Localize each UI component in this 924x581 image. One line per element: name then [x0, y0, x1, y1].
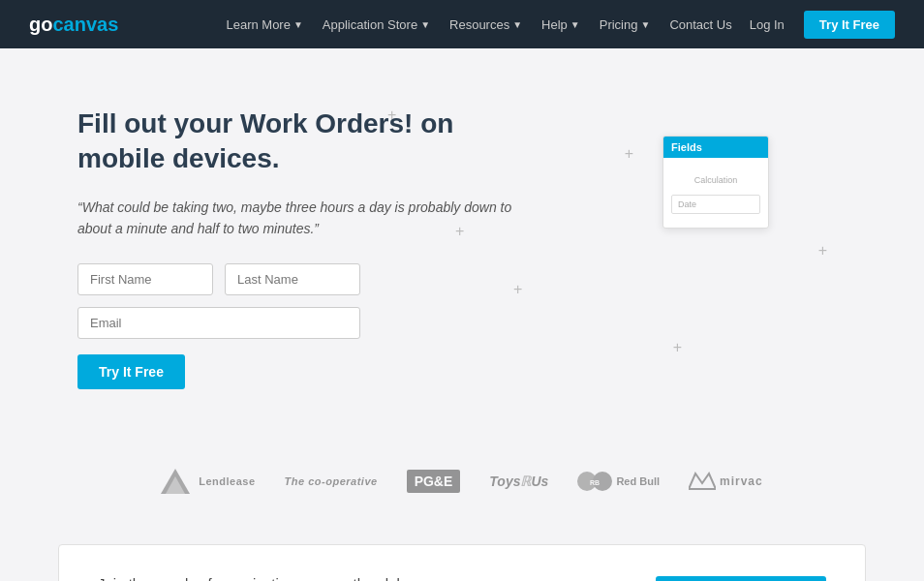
chevron-down-icon: ▼ [640, 19, 650, 30]
brand-pge: PG&E [407, 470, 461, 493]
brand-redbull: RB Red Bull [577, 471, 660, 492]
chevron-down-icon: ▼ [420, 19, 430, 30]
brand-lendlease: Lendlease [161, 467, 255, 496]
lendlease-label: Lendlease [199, 475, 255, 487]
brand-mirvac: mirvac [689, 472, 763, 491]
cta-main-button[interactable]: Try GoCanvas Free [656, 576, 826, 581]
decorative-plus: + [455, 223, 464, 240]
nav-link-app-store[interactable]: Application Store ▼ [315, 12, 438, 38]
first-name-input[interactable] [77, 263, 213, 295]
card-calculation: Calculation [671, 166, 760, 195]
toysrus-label: ToysℝUs [489, 474, 548, 489]
mirvac-icon [689, 472, 716, 491]
last-name-input[interactable] [225, 263, 360, 295]
logo-canvas: canvas [52, 14, 118, 36]
decorative-plus: + [818, 242, 827, 260]
cta-banner: Join thousands of organizations across t… [58, 544, 866, 581]
nav-item-help[interactable]: Help ▼ [534, 12, 588, 38]
logo-go: go [29, 14, 52, 36]
hero-content: Fill out your Work Orders! on mobile dev… [77, 107, 523, 389]
mirvac-label: mirvac [720, 474, 763, 488]
hero-cta-button[interactable]: Try It Free [77, 354, 185, 389]
hero-headline: Fill out your Work Orders! on mobile dev… [77, 107, 523, 177]
brands-section: Lendlease The co-operative PG&E ToysℝUs … [0, 428, 924, 535]
coop-label: The co-operative [285, 475, 378, 487]
decorative-plus: + [625, 145, 633, 163]
nav-item-learn-more[interactable]: Learn More ▼ [218, 12, 310, 38]
hero-section: + + + + + + Fill out your Work Orders! o… [0, 48, 924, 428]
redbull-icon: RB [577, 471, 612, 492]
decorative-plus: + [513, 281, 522, 298]
card-date-field: Date [671, 195, 760, 214]
nav-item-app-store[interactable]: Application Store ▼ [315, 12, 438, 38]
nav-link-help[interactable]: Help ▼ [534, 12, 588, 38]
decorative-plus: + [387, 107, 396, 124]
nav-link-resources[interactable]: Resources ▼ [442, 12, 530, 38]
nav-item-resources[interactable]: Resources ▼ [442, 12, 530, 38]
nav-link-pricing[interactable]: Pricing ▼ [592, 12, 659, 38]
name-form-row [77, 263, 523, 295]
decorative-plus: + [673, 339, 682, 356]
lendlease-icon [161, 467, 190, 496]
navbar: gocanvas Learn More ▼ Application Store … [0, 0, 924, 48]
site-logo[interactable]: gocanvas [29, 14, 118, 36]
brand-coop: The co-operative [285, 475, 378, 487]
pge-label: PG&E [407, 470, 461, 493]
nav-link-contact[interactable]: Contact Us [662, 12, 739, 38]
redbull-label: Red Bull [616, 475, 660, 487]
login-link[interactable]: Log In [740, 12, 794, 38]
nav-links: Learn More ▼ Application Store ▼ Resourc… [218, 12, 739, 38]
card-body: Calculation Date [663, 158, 768, 228]
nav-item-contact[interactable]: Contact Us [662, 12, 739, 38]
chevron-down-icon: ▼ [570, 19, 580, 30]
cta-text: Join thousands of organizations across t… [98, 572, 416, 581]
cta-text-line1: Join thousands of organizations across t… [98, 572, 416, 581]
brand-toysrus: ToysℝUs [489, 474, 548, 489]
nav-item-pricing[interactable]: Pricing ▼ [592, 12, 659, 38]
email-input[interactable] [77, 307, 360, 339]
chevron-down-icon: ▼ [512, 19, 522, 30]
nav-cta-button[interactable]: Try It Free [804, 11, 895, 39]
card-header: Fields [663, 137, 768, 158]
chevron-down-icon: ▼ [293, 19, 303, 30]
svg-text:RB: RB [590, 479, 600, 486]
nav-link-learn-more[interactable]: Learn More ▼ [218, 12, 310, 38]
fields-card: Fields Calculation Date [662, 136, 769, 229]
